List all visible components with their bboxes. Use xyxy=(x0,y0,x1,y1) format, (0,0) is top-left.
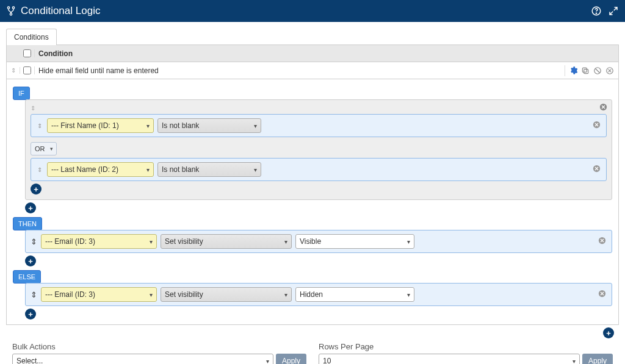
help-icon[interactable] xyxy=(591,5,602,16)
action-select[interactable]: Set visibility xyxy=(161,234,292,249)
row-check-col xyxy=(20,66,35,74)
else-section: ELSE ⇕ --- Email (ID: 3) Set visibility … xyxy=(13,270,612,319)
else-label: ELSE xyxy=(13,270,41,284)
rule-drag-icon[interactable]: ⇕ xyxy=(31,290,37,299)
svg-point-1 xyxy=(12,7,14,9)
operator-select[interactable]: Is not blank xyxy=(157,162,261,177)
svg-point-2 xyxy=(10,13,12,15)
then-label: THEN xyxy=(13,217,42,230)
svg-rect-6 xyxy=(582,68,587,72)
then-action-1: ⇕ --- Email (ID: 3) Set visibility Visib… xyxy=(25,230,612,253)
tab-conditions[interactable]: Conditions xyxy=(6,29,57,45)
add-condition-button[interactable]: + xyxy=(603,327,614,338)
group-drag-icon[interactable]: ⇕ xyxy=(31,105,607,112)
delete-icon[interactable] xyxy=(604,65,615,76)
if-rule-1: ⇕ --- First Name (ID: 1) Is not blank xyxy=(31,114,607,137)
add-condition-row: + xyxy=(6,325,619,338)
rows-per-page-select[interactable]: 10 xyxy=(319,354,580,364)
then-section: THEN ⇕ --- Email (ID: 3) Set visibility … xyxy=(13,217,612,266)
add-rule-button[interactable]: + xyxy=(31,184,42,194)
field-select[interactable]: --- First Name (ID: 1) xyxy=(47,118,154,133)
rows-per-page-group: Rows Per Page 10 Apply xyxy=(319,342,613,364)
expand-icon[interactable] xyxy=(608,5,619,16)
fork-icon xyxy=(6,6,16,16)
add-else-action-button[interactable]: + xyxy=(25,309,36,319)
rows-per-page-label: Rows Per Page xyxy=(319,342,613,351)
bulk-actions-label: Bulk Actions xyxy=(12,342,306,351)
if-section: IF ⇕ ⇕ --- First Name (ID: 1) Is not bla… xyxy=(13,87,612,213)
gear-icon[interactable] xyxy=(568,65,579,76)
remove-rule-icon[interactable] xyxy=(592,164,601,175)
table-row: ⇕ Hide email field until name is entered xyxy=(7,62,618,79)
rule-drag-icon[interactable]: ⇕ xyxy=(36,166,43,173)
remove-action-icon[interactable] xyxy=(598,289,607,300)
if-label: IF xyxy=(13,87,30,100)
rows-apply-button[interactable]: Apply xyxy=(582,354,613,364)
select-all-checkbox[interactable] xyxy=(23,49,31,57)
remove-rule-icon[interactable] xyxy=(592,120,601,131)
drag-handle-icon[interactable]: ⇕ xyxy=(7,67,20,74)
logic-op-select[interactable]: OR xyxy=(31,142,57,155)
svg-rect-5 xyxy=(584,69,588,73)
field-select[interactable]: --- Email (ID: 3) xyxy=(41,287,157,302)
duplicate-icon[interactable] xyxy=(580,65,591,76)
remove-group-icon[interactable] xyxy=(599,102,608,113)
if-rules-group: ⇕ ⇕ --- First Name (ID: 1) Is not blank … xyxy=(25,99,612,200)
value-select[interactable]: Visible xyxy=(295,234,414,249)
add-then-action-button[interactable]: + xyxy=(25,255,36,266)
svg-point-0 xyxy=(7,7,9,9)
condition-name[interactable]: Hide email field until name is entered xyxy=(35,66,565,75)
else-action-1: ⇕ --- Email (ID: 3) Set visibility Hidde… xyxy=(25,283,612,306)
remove-action-icon[interactable] xyxy=(598,236,607,247)
header-actions xyxy=(591,5,619,16)
logic-editor: IF ⇕ ⇕ --- First Name (ID: 1) Is not bla… xyxy=(7,79,618,324)
svg-point-4 xyxy=(596,13,596,13)
bulk-apply-button[interactable]: Apply xyxy=(276,354,306,364)
bottom-bar: Bulk Actions Select... Apply Rows Per Pa… xyxy=(6,338,619,364)
field-select[interactable]: --- Last Name (ID: 2) xyxy=(47,162,154,177)
row-actions xyxy=(565,65,618,76)
action-select[interactable]: Set visibility xyxy=(161,287,292,302)
add-group-button[interactable]: + xyxy=(25,202,36,213)
main: Conditions Condition ⇕ Hide email field … xyxy=(0,22,625,364)
conditions-table: Condition ⇕ Hide email field until name … xyxy=(6,45,619,325)
tab-strip: Conditions xyxy=(6,28,619,45)
header-left: Conditional Logic xyxy=(6,5,100,17)
if-rule-2: ⇕ --- Last Name (ID: 2) Is not blank xyxy=(31,158,607,181)
col-condition: Condition xyxy=(35,49,565,58)
table-header: Condition xyxy=(7,45,618,62)
rule-drag-icon[interactable]: ⇕ xyxy=(36,123,43,129)
field-select[interactable]: --- Email (ID: 3) xyxy=(41,234,157,249)
app-header: Conditional Logic xyxy=(0,0,625,22)
page-title: Conditional Logic xyxy=(21,5,100,17)
rule-drag-icon[interactable]: ⇕ xyxy=(31,237,37,246)
bulk-actions-group: Bulk Actions Select... Apply xyxy=(12,342,306,364)
disable-icon[interactable] xyxy=(592,65,603,76)
select-all-col xyxy=(20,49,35,57)
bulk-actions-select[interactable]: Select... xyxy=(12,354,273,364)
value-select[interactable]: Hidden xyxy=(295,287,414,302)
operator-select[interactable]: Is not blank xyxy=(157,118,261,133)
row-checkbox[interactable] xyxy=(23,66,31,74)
